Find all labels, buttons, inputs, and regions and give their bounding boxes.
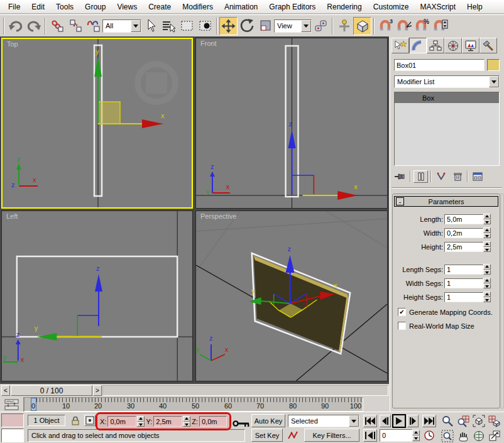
menu-file[interactable]: File <box>3 1 26 13</box>
box-object-perspective[interactable] <box>252 253 350 354</box>
length-input[interactable] <box>444 214 483 224</box>
menu-edit[interactable]: Edit <box>26 1 50 13</box>
select-object-button[interactable] <box>141 17 160 35</box>
previous-frame-button[interactable] <box>380 415 391 427</box>
viewport-perspective[interactable]: Perspective <box>195 211 388 381</box>
width-spinner[interactable] <box>483 227 491 238</box>
angle-snap-button[interactable] <box>395 17 413 35</box>
script-listener-pane[interactable] <box>1 429 24 442</box>
coord-z-input[interactable] <box>199 416 227 427</box>
time-configuration-button[interactable] <box>422 429 436 442</box>
snaps-toggle-button[interactable] <box>353 17 371 35</box>
width-segs-spinner[interactable] <box>483 278 491 288</box>
menu-create[interactable]: Create <box>143 1 177 13</box>
arc-rotate-button[interactable] <box>471 429 486 443</box>
configure-modifier-sets-button[interactable] <box>471 170 485 183</box>
auto-key-button[interactable]: Auto Key <box>251 414 285 427</box>
redo-button[interactable] <box>25 17 43 35</box>
menu-help[interactable]: Help <box>461 1 488 13</box>
absolute-offset-mode-toggle[interactable] <box>84 415 96 426</box>
menu-customize[interactable]: Customize <box>368 1 415 13</box>
height-segs-spinner[interactable] <box>483 292 491 302</box>
command-panel-scrollbar[interactable] <box>501 194 503 408</box>
object-name-input[interactable] <box>394 59 485 71</box>
set-key-filters-toggle[interactable] <box>287 429 300 442</box>
parameters-rollout-header[interactable]: - Parameters <box>394 196 498 207</box>
bind-to-space-warp-button[interactable] <box>84 17 102 35</box>
modifier-stack-list[interactable]: Box <box>394 92 500 166</box>
pin-stack-button[interactable] <box>393 170 407 183</box>
modifier-list-dropdown[interactable]: Modifier List <box>394 75 500 88</box>
next-frame-button[interactable] <box>407 415 419 427</box>
object-color-swatch[interactable] <box>487 59 500 71</box>
use-pivot-point-center-button[interactable] <box>312 17 330 35</box>
dropdown-arrow-icon[interactable] <box>349 415 359 427</box>
length-spinner[interactable] <box>483 214 491 224</box>
min-max-toggle-button[interactable] <box>487 429 502 443</box>
reference-coordsys-dropdown[interactable]: View <box>274 19 312 33</box>
unlink-selection-button[interactable] <box>66 17 84 35</box>
region-zoom-button[interactable] <box>440 429 455 443</box>
move-gizmo-left[interactable]: z y <box>35 265 102 341</box>
select-and-scale-button[interactable] <box>256 17 274 35</box>
tab-hierarchy[interactable] <box>427 38 444 53</box>
viewport-top[interactable]: Top y x y x z <box>1 38 193 209</box>
pan-button[interactable] <box>456 429 471 443</box>
zoom-button[interactable] <box>440 414 455 428</box>
select-by-name-button[interactable] <box>160 17 178 35</box>
open-mini-curve-editor-button[interactable] <box>0 397 24 412</box>
coord-x-spinner[interactable] <box>137 416 145 427</box>
menu-rendering[interactable]: Rendering <box>321 1 367 13</box>
dropdown-arrow-icon[interactable] <box>301 20 311 32</box>
height-segs-input[interactable] <box>444 292 483 302</box>
coord-y-input[interactable] <box>153 416 182 427</box>
modifier-stack-item-box[interactable]: Box <box>395 92 499 103</box>
menu-modifiers[interactable]: Modifiers <box>177 1 219 13</box>
key-filters-button[interactable]: Key Filters... <box>304 429 359 442</box>
dropdown-arrow-icon[interactable] <box>489 76 499 87</box>
tab-display[interactable] <box>462 38 479 53</box>
selection-lock-toggle[interactable] <box>69 414 82 427</box>
menu-tools[interactable]: Tools <box>50 1 79 13</box>
menu-maxscript[interactable]: MAXScript <box>414 1 461 13</box>
generate-mapping-coords-checkbox[interactable]: ✔ <box>398 308 406 316</box>
width-segs-input[interactable] <box>444 278 483 288</box>
snaps-toggle-3d-button[interactable]: 3 <box>376 17 395 35</box>
remove-modifier-button[interactable] <box>450 170 464 183</box>
go-to-start-button[interactable] <box>363 415 377 427</box>
key-selection-dropdown[interactable]: Selected <box>288 415 359 427</box>
select-and-rotate-button[interactable] <box>238 17 256 35</box>
viewport-front-label[interactable]: Front <box>200 40 217 47</box>
viewport-top-label[interactable]: Top <box>7 40 18 48</box>
viewport-left[interactable]: Left z y z y x <box>1 211 193 381</box>
selection-filter-dropdown[interactable]: All <box>102 19 141 33</box>
zoom-all-button[interactable] <box>456 414 471 428</box>
viewport-front[interactable]: Front z x z x y <box>195 38 388 209</box>
time-slider-handle[interactable]: 0 / 100 <box>11 385 92 396</box>
menu-views[interactable]: Views <box>111 1 143 13</box>
menu-group[interactable]: Group <box>79 1 111 13</box>
zoom-extents-all-button[interactable] <box>487 414 502 428</box>
coord-x-input[interactable] <box>107 416 136 427</box>
coord-y-spinner[interactable] <box>183 416 190 427</box>
tab-motion[interactable] <box>444 38 462 53</box>
length-segs-spinner[interactable] <box>483 264 491 275</box>
play-button[interactable] <box>392 414 406 428</box>
select-and-move-button[interactable] <box>219 17 238 35</box>
macro-recorder-pane[interactable] <box>1 413 24 427</box>
rectangular-selection-region-button[interactable] <box>178 17 196 35</box>
height-input[interactable] <box>444 242 483 252</box>
select-and-manipulate-button[interactable] <box>335 17 353 35</box>
tab-modify[interactable] <box>409 38 427 53</box>
current-frame-input[interactable] <box>380 429 412 442</box>
show-end-result-button[interactable] <box>414 170 428 183</box>
width-input[interactable] <box>444 228 483 238</box>
key-mode-toggle-button[interactable] <box>363 429 377 442</box>
viewport-left-label[interactable]: Left <box>6 212 18 220</box>
menu-animation[interactable]: Animation <box>219 1 263 13</box>
percent-snap-button[interactable]: % <box>413 17 431 35</box>
undo-button[interactable] <box>6 17 25 35</box>
real-world-map-size-checkbox[interactable] <box>398 322 406 330</box>
select-and-link-button[interactable] <box>48 17 66 35</box>
window-crossing-button[interactable] <box>196 17 214 35</box>
